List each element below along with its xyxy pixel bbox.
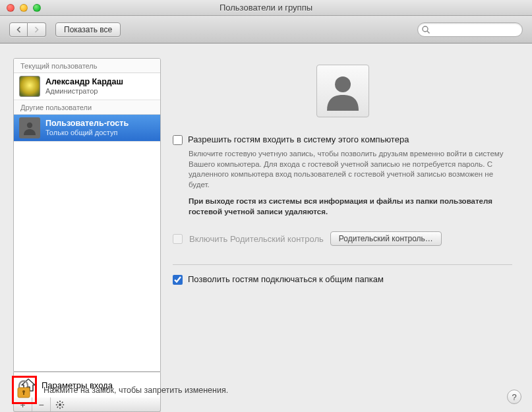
window-close-button[interactable]: [7, 4, 15, 12]
svg-point-0: [423, 26, 428, 32]
forward-button[interactable]: [28, 22, 46, 37]
person-icon: [22, 120, 38, 136]
svg-line-9: [62, 406, 63, 407]
parental-controls-button[interactable]: Родительский контроль…: [330, 231, 442, 246]
help-button[interactable]: ?: [507, 390, 521, 404]
user-name-label: Пользователь-гость: [45, 119, 129, 129]
allow-guest-login-checkbox[interactable]: [173, 135, 183, 145]
svg-point-12: [335, 76, 351, 92]
lock-hint-text: Нажмите на замок, чтобы запретить измене…: [44, 386, 228, 395]
titlebar: Пользователи и группы: [0, 0, 532, 16]
lock-button[interactable]: [12, 376, 37, 404]
user-picture[interactable]: [316, 65, 369, 117]
window-zoom-button[interactable]: [33, 4, 41, 12]
allow-guest-login-label: Разрешить гостям входить в систему этого…: [188, 134, 409, 144]
window-minimize-button[interactable]: [20, 4, 28, 12]
svg-rect-15: [23, 392, 24, 395]
search-icon: [421, 25, 430, 34]
chevron-left-icon: [16, 26, 22, 33]
show-all-button[interactable]: Показать все: [55, 22, 121, 37]
parental-controls-label: Включить Родительский контроль: [189, 234, 324, 244]
guest-logout-note: При выходе гостя из системы вся информац…: [189, 196, 512, 217]
avatar: [19, 76, 40, 97]
avatar: [19, 117, 40, 138]
svg-line-11: [57, 406, 59, 407]
user-name-label: Александр Кардаш: [45, 77, 123, 87]
allow-shared-folders-label: Позволить гостям подключаться к общим па…: [188, 274, 384, 284]
other-users-header: Другие пользователи: [14, 100, 160, 115]
question-icon: ?: [512, 392, 516, 402]
svg-point-2: [27, 123, 32, 128]
unlocked-padlock-icon: [15, 379, 34, 399]
svg-line-1: [427, 31, 430, 34]
toolbar: Показать все: [0, 16, 532, 44]
chevron-right-icon: [34, 26, 40, 33]
search-input[interactable]: [417, 22, 523, 37]
current-user-header: Текущий пользователь: [14, 59, 160, 73]
allow-guest-description: Включите гостевую учетную запись, чтобы …: [189, 149, 512, 190]
user-role-label: Администратор: [45, 87, 123, 96]
parental-controls-checkbox: [173, 234, 183, 244]
user-row-guest[interactable]: Пользователь-гость Только общий доступ: [14, 115, 160, 142]
user-row-admin[interactable]: Александр Кардаш Администратор: [14, 73, 160, 100]
user-role-label: Только общий доступ: [45, 129, 129, 137]
person-icon: [322, 70, 364, 112]
back-button[interactable]: [9, 22, 28, 37]
window-title: Пользователи и группы: [0, 3, 532, 13]
allow-shared-folders-checkbox[interactable]: [173, 275, 183, 285]
divider: [173, 264, 512, 265]
